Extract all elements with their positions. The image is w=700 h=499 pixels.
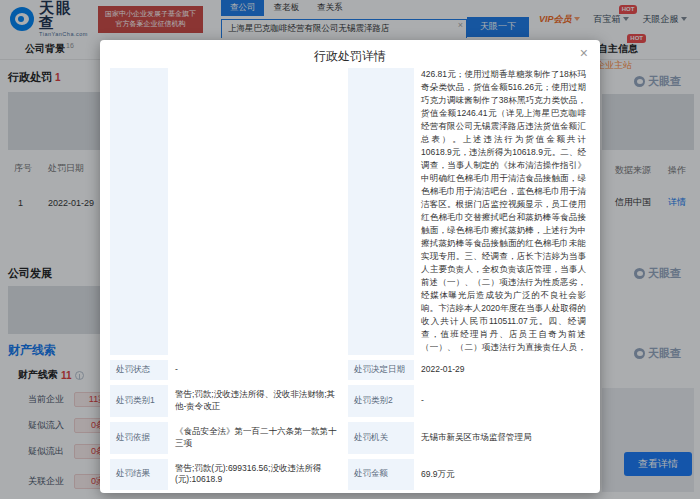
value-decision-date: 2022-01-29 (419, 360, 588, 380)
label-penalty-type2: 处罚类别2 (348, 385, 414, 417)
label-penalty-amount: 处罚金额 (348, 459, 414, 491)
value-penalty-authority: 无锡市新吴区市场监督管理局 (419, 422, 588, 454)
label-penalty-basis: 处罚依据 (110, 422, 168, 454)
modal-title: 行政处罚详情 (100, 40, 600, 65)
penalty-reason-text: 426.81元；使用过期香草糖浆制作了18杯玛奇朵类饮品，货值金额516.26元… (419, 68, 588, 355)
value-penalty-type1: 警告;罚款;没收违法所得、没收非法财物;其他-责令改正 (173, 385, 343, 417)
label-cell-empty (348, 68, 414, 355)
label-cell-empty (110, 68, 168, 355)
value-penalty-result: 警告;罚款(元):699316.56;没收违法所得(元):10618.9 (173, 459, 343, 491)
penalty-detail-table: 426.81元；使用过期香草糖浆制作了18杯玛奇朵类饮品，货值金额516.26元… (100, 66, 600, 493)
label-penalty-result: 处罚结果 (110, 459, 168, 491)
value-penalty-type2: - (419, 385, 588, 417)
value-penalty-basis: 《食品安全法》第一百二十六条第一款第十三项 (173, 422, 343, 454)
label-penalty-type1: 处罚类别1 (110, 385, 168, 417)
penalty-detail-modal: 行政处罚详情 × 426.81元；使用过期香草糖浆制作了18杯玛奇朵类饮品，货值… (100, 40, 600, 493)
label-penalty-authority: 处罚机关 (348, 422, 414, 454)
value-penalty-status: - (173, 360, 343, 380)
value-cell-empty (173, 68, 343, 355)
value-penalty-amount: 69.9万元 (419, 459, 588, 491)
label-decision-date: 处罚决定日期 (348, 360, 414, 380)
close-icon[interactable]: × (580, 46, 588, 60)
label-penalty-status: 处罚状态 (110, 360, 168, 380)
